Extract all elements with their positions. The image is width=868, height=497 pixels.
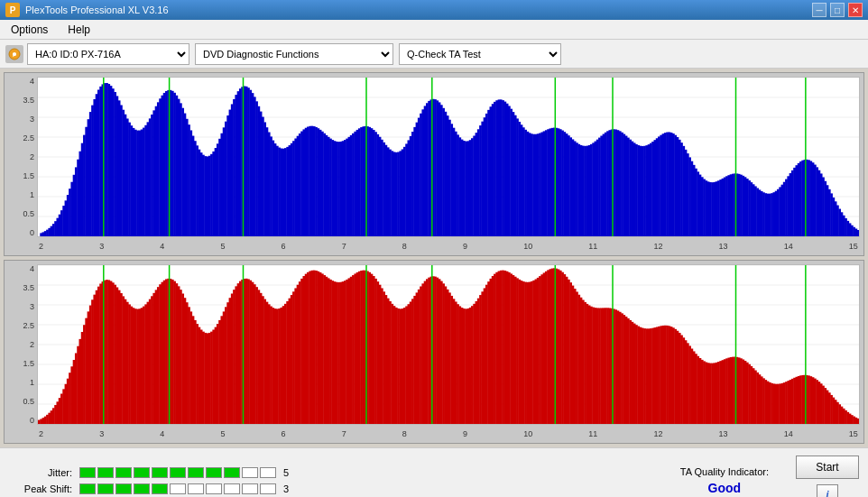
peak-bar-2: [97, 483, 114, 494]
jitter-bar-11: [260, 467, 276, 478]
bottom-chart-y-axis: 4 3.5 3 2.5 2 1.5 1 0.5 0: [5, 264, 37, 425]
bottom-chart-canvas: [38, 265, 859, 424]
bottom-chart-area: [37, 264, 860, 425]
start-section: Start i: [796, 456, 859, 497]
title-bar-controls: ─ □ ✕: [812, 3, 863, 17]
ta-label: TA Quality Indicator:: [680, 466, 769, 477]
peak-bar-7: [188, 483, 204, 494]
peak-shift-value: 3: [283, 483, 298, 494]
peak-bar-6: [170, 483, 186, 494]
jitter-bar-10: [242, 467, 258, 478]
jitter-meter: [79, 467, 276, 478]
close-button[interactable]: ✕: [848, 3, 863, 17]
top-chart-canvas: [38, 78, 859, 236]
app-icon: P: [5, 3, 20, 17]
jitter-bar-4: [134, 467, 150, 478]
peak-bar-1: [79, 483, 96, 494]
bottom-chart-x-axis: 2 3 4 5 6 7 8 9 10 11 12 13 14 15: [37, 425, 860, 443]
drive-select[interactable]: HA:0 ID:0 PX-716A: [27, 43, 189, 65]
peak-bar-11: [260, 483, 276, 494]
start-button[interactable]: Start: [796, 456, 859, 479]
jitter-value: 5: [283, 467, 298, 478]
peak-shift-row: Peak Shift: 3: [9, 483, 653, 494]
ta-section: TA Quality Indicator: Good: [653, 466, 796, 495]
metrics-section: Jitter: 5 Peak Shift:: [9, 467, 653, 494]
toolbar: P HA:0 ID:0 PX-716A DVD Diagnostic Funct…: [0, 40, 868, 69]
jitter-bar-9: [224, 467, 240, 478]
top-chart-area: [37, 77, 860, 237]
function-select[interactable]: DVD Diagnostic Functions: [195, 43, 393, 65]
main-content: 4 3.5 3 2.5 2 1.5 1 0.5 0 2 3 4 5 6 7 8 …: [0, 69, 868, 447]
jitter-bar-5: [152, 467, 168, 478]
peak-shift-meter: [79, 483, 276, 494]
peak-bar-3: [115, 483, 132, 494]
peak-bar-4: [134, 483, 150, 494]
minimize-button[interactable]: ─: [812, 3, 826, 17]
jitter-bar-2: [97, 467, 114, 478]
peak-bar-8: [206, 483, 222, 494]
top-chart-y-axis: 4 3.5 3 2.5 2 1.5 1 0.5 0: [5, 77, 37, 237]
info-button[interactable]: i: [817, 484, 838, 497]
title-bar-left: P PlexTools Professional XL V3.16: [5, 3, 169, 17]
jitter-row: Jitter: 5: [9, 467, 653, 478]
jitter-bar-8: [206, 467, 222, 478]
peak-bar-5: [152, 483, 168, 494]
jitter-bar-1: [79, 467, 96, 478]
top-chart-container: 4 3.5 3 2.5 2 1.5 1 0.5 0 2 3 4 5 6 7 8 …: [4, 72, 864, 256]
bottom-panel: Jitter: 5 Peak Shift:: [0, 447, 868, 497]
peak-bar-10: [242, 483, 258, 494]
window-title: PlexTools Professional XL V3.16: [25, 5, 169, 15]
test-select[interactable]: Q-Check TA Test: [399, 43, 561, 65]
title-bar: P PlexTools Professional XL V3.16 ─ □ ✕: [0, 0, 868, 20]
maximize-button[interactable]: □: [830, 3, 845, 17]
jitter-bar-3: [115, 467, 132, 478]
svg-text:P: P: [13, 52, 16, 58]
menu-bar: Options Help: [0, 20, 868, 40]
jitter-bar-6: [170, 467, 186, 478]
help-menu[interactable]: Help: [62, 22, 96, 38]
drive-section: P HA:0 ID:0 PX-716A: [5, 43, 189, 65]
ta-value: Good: [708, 481, 742, 495]
jitter-label: Jitter:: [9, 467, 72, 478]
bottom-chart-container: 4 3.5 3 2.5 2 1.5 1 0.5 0 2 3 4 5 6 7 8 …: [4, 260, 864, 444]
peak-bar-9: [224, 483, 240, 494]
peak-shift-label: Peak Shift:: [9, 483, 72, 494]
drive-icon: P: [5, 45, 23, 63]
top-chart-x-axis: 2 3 4 5 6 7 8 9 10 11 12 13 14 15: [37, 237, 860, 255]
jitter-bar-7: [188, 467, 204, 478]
options-menu[interactable]: Options: [5, 22, 53, 38]
